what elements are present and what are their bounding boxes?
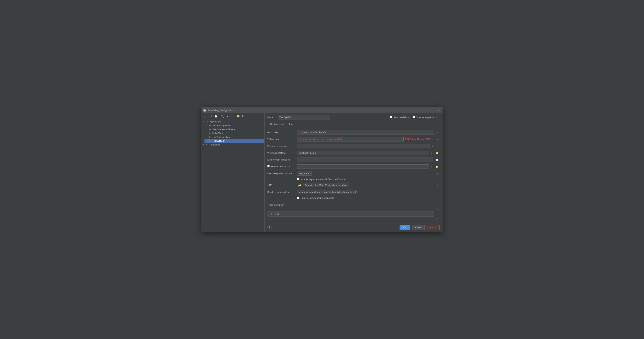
vm-options-field: 更改了 key 的 value 的值 + × [297,137,440,142]
ok-button[interactable]: OK [400,224,410,230]
application-icon: 🖥 [206,120,209,123]
tree-item-testbacklogserver[interactable]: ▶ TestBacklogServer [204,124,264,127]
enable-snapshots-checkbox[interactable] [297,197,299,199]
main-class-input[interactable] [297,130,434,134]
item-arrow-2 [206,128,208,130]
classpath-select-wrapper: netty-demo [297,171,440,176]
store-settings-btn[interactable]: ⚙ [435,115,440,120]
vm-options-input[interactable] [297,137,404,142]
run-icon-5: ▶ [209,139,212,142]
move-up-button[interactable]: ▲ [225,114,230,118]
program-args-field: + ⤢ [297,144,440,148]
redirect-input-browse-btn[interactable]: 📁 [434,164,440,169]
allow-parallel-run-text: Allow parallel run [394,116,409,118]
before-launch-remove-btn[interactable]: − [436,212,440,216]
program-args-collapse-btn[interactable]: ⤢ [435,144,440,148]
working-dir-expand-btn[interactable]: + [430,151,434,155]
shorten-cmd-select[interactable]: user-local default: none - java [options… [297,190,358,194]
tree-container: ▼ 🖥 Application ▶ TestBacklogServer ▶ Te… [202,119,264,232]
dialog-title: ▶ Run/Debug Configurations [204,109,234,112]
tree-item-testbacklogclient[interactable]: ▶ TestBacklogClient [204,135,264,139]
store-as-project-options: Store as project file ⚙ [413,115,440,120]
classpath-field: netty-demo [297,171,440,176]
include-deps-checkbox[interactable] [297,178,299,180]
vm-options-collapse-btn[interactable]: × [436,137,440,141]
tree-item-testbytebuf[interactable]: ▶ TestByteBuf [204,139,264,143]
remove-config-button[interactable]: − [206,114,209,118]
allow-parallel-run-label[interactable]: Allow parallel run [390,116,409,118]
before-launch-label: Before launch [270,204,284,206]
program-args-label: Program arguments: [267,144,295,148]
dialog-close-button[interactable]: × [437,108,440,112]
main-class-label: Main class: [267,130,295,134]
move-down-button[interactable]: ▼ [230,114,234,118]
build-label: Build [274,213,279,215]
tree-item-helloclient[interactable]: ▶ HelloClient [204,131,264,135]
dialog-footer: ? OK Close Apply [264,223,442,232]
before-launch-edit-btn[interactable]: ✏ [436,216,440,220]
working-dir-browse-btn[interactable]: 📁 [434,151,440,155]
env-vars-input[interactable] [297,158,434,162]
store-as-project-file-text: Store as project file [416,116,434,118]
sort-button[interactable]: ⇅ [241,114,245,118]
help-button[interactable]: ? [267,225,272,230]
redirect-input-input[interactable] [297,164,429,169]
run-debug-dialog: ▶ Run/Debug Configurations × + − ⧉ 💾 🔧 ▲… [202,107,442,232]
folder-button[interactable]: 📁 [236,114,241,118]
shorten-cmd-label: Shorten command line: [267,190,295,193]
working-dir-field: + 📁 [297,151,440,155]
classpath-select[interactable]: netty-demo [297,171,312,176]
dialog-title-text: Run/Debug Configurations [208,109,234,112]
config-panel: Main class: ··· VM options: 更改了 key 的 va… [264,127,442,223]
jre-select[interactable]: Default (1.8 - SDK of 'netty-demo' modul… [303,183,349,188]
run-icon-1: ▶ [209,124,212,127]
main-class-row: Main class: ··· [267,130,440,134]
add-config-button[interactable]: + [203,114,206,118]
classpath-row: Use classpath of module: netty-demo [267,171,440,176]
application-arrow: ▼ [203,121,205,122]
item-arrow-3 [206,132,208,134]
jre-folder-btn[interactable]: 📁 [297,183,302,188]
close-button[interactable]: Close [412,224,425,230]
copy-config-button[interactable]: ⧉ [210,114,213,118]
save-config-button[interactable]: 💾 [214,114,218,118]
name-row: Name: Allow parallel run Store as projec… [264,113,442,122]
toolbar: + − ⧉ 💾 🔧 ▲ ▼ 📁 ⇅ [202,113,264,119]
allow-parallel-run-checkbox[interactable] [390,116,392,118]
tree-application-group[interactable]: ▼ 🖥 Application [202,120,264,124]
apply-button[interactable]: Apply [426,224,440,230]
footer-right: OK Close Apply [400,224,440,230]
working-dir-input[interactable] [297,151,429,155]
dialog-titlebar: ▶ Run/Debug Configurations × [202,107,442,113]
store-as-project-file-checkbox[interactable] [413,116,415,118]
tab-logs[interactable]: Logs [286,122,297,127]
redirect-input-expand-btn[interactable]: + [430,164,434,169]
tree-item-testconnectiontimeout[interactable]: ▶ TestConnectionTimeout [204,127,264,131]
program-args-expand-btn[interactable]: + [431,144,434,148]
dialog-title-icon: ▶ [204,109,206,112]
name-input[interactable] [278,115,330,120]
before-launch-action-btns: + − ✏ [436,208,440,220]
shorten-cmd-row: Shorten command line: user-local default… [267,190,440,194]
redirect-input-row: Redirect input from: + 📁 [267,164,440,169]
env-vars-edit-btn[interactable]: 📋 [434,158,440,162]
vm-options-label: VM options: [267,137,295,140]
jre-label: JRE: [267,183,295,186]
wrench-config-button[interactable]: 🔧 [220,114,225,118]
before-launch-add-btn[interactable]: + [436,208,440,212]
program-args-input[interactable] [297,144,430,148]
item-arrow-4 [206,136,208,138]
classpath-label: Use classpath of module: [267,171,295,175]
dialog-body: + − ⧉ 💾 🔧 ▲ ▼ 📁 ⇅ ▼ 🖥 [202,113,442,232]
toolbar-separator-2 [235,115,235,118]
tab-configuration[interactable]: Configuration [267,122,286,127]
right-panel: Name: Allow parallel run Store as projec… [264,113,442,232]
main-class-browse-btn[interactable]: ··· [435,130,440,134]
vm-options-expand-btn[interactable]: + [432,137,435,141]
enable-snapshots-row: Enable capturing form snapshots [297,197,440,199]
tree-templates-group[interactable]: ▶ 🔧 Templates [202,143,264,146]
item-arrow-5 [206,140,208,142]
tree-item-label-5: TestByteBuf [212,140,224,142]
before-launch-header[interactable]: ▼ Before launch [267,204,440,206]
redirect-input-checkbox[interactable] [267,165,270,167]
